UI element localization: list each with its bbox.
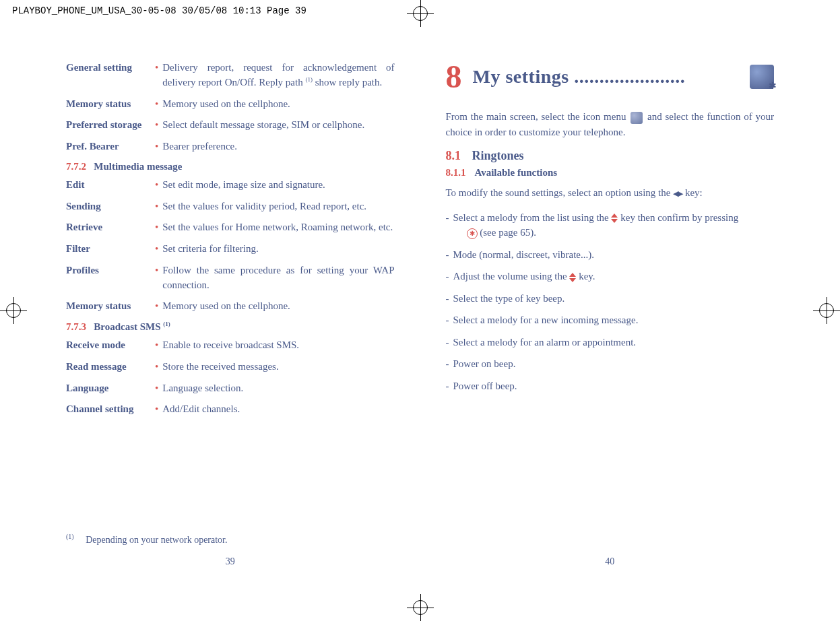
chapter-number: 8	[446, 61, 462, 93]
bullet: •	[155, 139, 158, 154]
list-item-mode: - Mode (normal, discreet, vibrate...).	[446, 247, 775, 263]
label: Receive mode	[66, 338, 155, 353]
bullet: •	[155, 97, 158, 112]
text: Memory used on the cellphone.	[162, 299, 394, 314]
bullet: •	[155, 299, 158, 314]
footnote-marker: (1)	[66, 533, 74, 540]
row-language: Language • Language selection.	[66, 381, 395, 396]
sub-title: Ringtones	[472, 149, 524, 162]
text: Select a melody for a new incoming messa…	[453, 313, 775, 328]
text: Select the type of key beep.	[453, 291, 775, 306]
list-item-volume: - Adjust the volume using the key.	[446, 269, 775, 284]
text: Select a melody from the list using the …	[453, 210, 775, 240]
sub-sub-num: 8.1.1	[446, 167, 466, 178]
menu-icon	[631, 112, 643, 124]
row-general-setting: General setting • Delivery report, reque…	[66, 61, 395, 90]
page-number-left: 39	[226, 556, 235, 567]
label: Memory status	[66, 97, 155, 112]
text: Power off beep.	[453, 379, 775, 394]
print-header: PLAYBOY_PHONE_UM_USA_30-05-08 30/05/08 1…	[12, 5, 306, 16]
section-multimedia: 7.7.2 Multimedia message	[66, 161, 395, 172]
row-memory-status: Memory status • Memory used on the cellp…	[66, 97, 395, 112]
label: Retrieve	[66, 220, 155, 235]
modify-text: To modify the sound settings, select an …	[446, 185, 775, 201]
section-broadcast: 7.7.3 Broadcast SMS (1)	[66, 321, 395, 333]
sub-sub-title: Available functions	[474, 167, 557, 178]
arrow-left-right-icon: ◀▶	[673, 188, 682, 199]
text: Select default message storage, SIM or c…	[162, 118, 394, 133]
section-num: 7.7.2	[66, 161, 86, 172]
label: Filter	[66, 242, 155, 257]
text: Language selection.	[162, 381, 394, 396]
modify-before: To modify the sound settings, select an …	[446, 187, 674, 198]
bullet: •	[155, 360, 158, 374]
row-receive-mode: Receive mode • Enable to receive broadca…	[66, 338, 395, 353]
section-title: Broadcast SMS (1)	[94, 321, 170, 332]
crop-mark-left	[0, 297, 27, 324]
page-number-right: 40	[605, 556, 614, 567]
bullet: •	[155, 381, 158, 396]
text: Store the received messages.	[162, 360, 394, 374]
ok-button-icon: ✱	[467, 228, 478, 239]
list-item-poweroff: - Power off beep.	[446, 379, 775, 394]
page-right: 8 My settings ...................... Fro…	[420, 61, 800, 581]
text: Select a melody for an alarm or appointm…	[453, 335, 775, 350]
bullet: •	[155, 178, 158, 193]
text: Mode (normal, discreet, vibrate...).	[453, 247, 775, 263]
text: Memory used on the cellphone.	[162, 97, 394, 112]
label: Language	[66, 381, 155, 396]
row-profiles: Profiles • Follow the same procedure as …	[66, 263, 395, 293]
settings-icon	[750, 65, 774, 89]
label: Preferred storage	[66, 118, 155, 133]
modify-after: key:	[685, 187, 703, 198]
dash: -	[446, 269, 449, 284]
label: Channel setting	[66, 402, 155, 417]
list-item-incoming: - Select a melody for a new incoming mes…	[446, 313, 775, 328]
bullet: •	[155, 402, 158, 417]
bullet: •	[155, 220, 158, 235]
label: Sending	[66, 199, 155, 214]
list-item-alarm: - Select a melody for an alarm or appoin…	[446, 335, 775, 350]
row-sending: Sending • Set the values for validity pe…	[66, 199, 395, 214]
text: Enable to receive broadcast SMS.	[162, 338, 394, 353]
text: Bearer preference.	[162, 139, 394, 154]
text: Add/Edit channels.	[162, 402, 394, 417]
row-preferred-storage: Preferred storage • Select default messa…	[66, 118, 395, 133]
section-num: 7.7.3	[66, 321, 86, 332]
bullet: •	[155, 118, 158, 133]
label: Memory status	[66, 299, 155, 314]
crop-mark-right	[813, 297, 840, 324]
row-filter: Filter • Set criteria for filtering.	[66, 242, 395, 257]
chapter-header: 8 My settings ......................	[446, 61, 775, 93]
dash: -	[446, 356, 449, 372]
text: Set criteria for filtering.	[162, 242, 394, 257]
text: Set edit mode, image size and signature.	[162, 178, 394, 193]
row-retrieve: Retrieve • Set the values for Home netwo…	[66, 220, 395, 235]
list-item-poweron: - Power on beep.	[446, 356, 775, 372]
footnote-text: Depending on your network operator.	[86, 535, 227, 545]
bullet: •	[155, 338, 158, 353]
intro-before: From the main screen, select the icon me…	[446, 111, 630, 122]
row-pref-bearer: Pref. Bearer • Bearer preference.	[66, 139, 395, 154]
row-edit: Edit • Set edit mode, image size and sig…	[66, 178, 395, 193]
bullet: •	[155, 263, 158, 293]
text: Power on beep.	[453, 356, 775, 372]
text: Delivery report, request for acknowledge…	[162, 61, 394, 90]
section-available-functions: 8.1.1 Available functions	[446, 167, 775, 178]
row-read-message: Read message • Store the received messag…	[66, 360, 395, 374]
list-item-keybeep: - Select the type of key beep.	[446, 291, 775, 306]
row-memory-status-2: Memory status • Memory used on the cellp…	[66, 299, 395, 314]
section-ringtones: 8.1 Ringtones	[446, 149, 775, 163]
label: Edit	[66, 178, 155, 193]
bullet: •	[155, 199, 158, 214]
intro-paragraph: From the main screen, select the icon me…	[446, 109, 775, 139]
label: General setting	[66, 61, 155, 90]
crop-mark-bottom	[407, 594, 434, 621]
row-channel-setting: Channel setting • Add/Edit channels.	[66, 402, 395, 417]
text: Set the values for Home network, Roaming…	[162, 220, 394, 235]
chapter-title: My settings ......................	[473, 66, 750, 88]
page-left: General setting • Delivery report, reque…	[40, 61, 420, 581]
label: Pref. Bearer	[66, 139, 155, 154]
list-item-melody: - Select a melody from the list using th…	[446, 210, 775, 240]
dash: -	[446, 335, 449, 350]
